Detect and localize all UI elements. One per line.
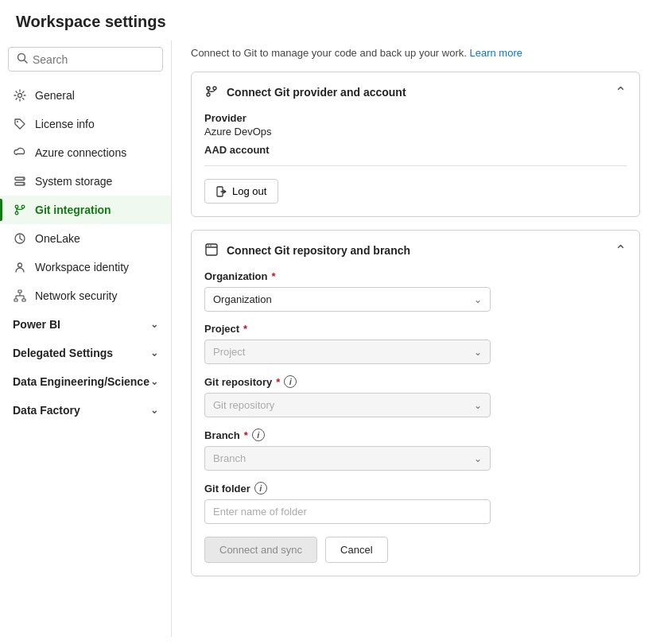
- learn-more-link[interactable]: Learn more: [470, 47, 522, 59]
- required-star-project: *: [243, 323, 247, 335]
- sidebar-item-git-integration[interactable]: Git integration: [0, 196, 171, 224]
- card2-title: Connect Git repository and branch: [227, 244, 410, 257]
- chevron-down-icon: ⌄: [474, 294, 482, 305]
- search-icon: [17, 52, 28, 66]
- card2-body: Organization * Organization ⌄ Project *: [192, 270, 639, 576]
- info-icon-folder: i: [254, 482, 267, 495]
- repo-placeholder: Git repository: [213, 399, 274, 411]
- project-label: Project *: [204, 323, 627, 335]
- org-select[interactable]: Organization ⌄: [204, 287, 491, 312]
- sidebar-section-data-engineering[interactable]: Data Engineering/Science ⌄: [0, 367, 171, 396]
- provider-label: Provider: [204, 112, 627, 124]
- chevron-down-icon: ⌄: [474, 347, 482, 358]
- org-field-row: Organization * Organization ⌄: [204, 270, 627, 312]
- branch-placeholder: Branch: [213, 452, 246, 464]
- required-star: *: [271, 270, 275, 282]
- search-input[interactable]: [33, 53, 154, 66]
- cancel-button[interactable]: Cancel: [325, 537, 387, 563]
- branch-select[interactable]: Branch ⌄: [204, 446, 491, 471]
- branch-label: Branch * i: [204, 429, 627, 441]
- sidebar-label-network-security: Network security: [35, 289, 117, 302]
- sidebar-label-onelake: OneLake: [35, 232, 80, 245]
- section-label-power-bi: Power BI: [13, 318, 60, 331]
- collapse-icon-2: ⌃: [615, 242, 627, 259]
- collapse-icon: ⌃: [615, 83, 627, 101]
- sidebar-item-network-security[interactable]: Network security: [0, 281, 171, 310]
- required-star-repo: *: [276, 376, 280, 388]
- section-label-delegated-settings: Delegated Settings: [13, 347, 113, 359]
- svg-point-3: [17, 121, 18, 122]
- required-star-branch: *: [244, 429, 248, 441]
- git-provider-icon: [204, 84, 219, 101]
- sidebar-label-azure-connections: Azure connections: [35, 146, 126, 159]
- folder-input[interactable]: [204, 499, 491, 524]
- sidebar-section-power-bi[interactable]: Power BI ⌄: [0, 310, 171, 339]
- info-icon-branch: i: [252, 429, 265, 441]
- action-row: Connect and sync Cancel: [204, 537, 627, 563]
- sidebar-label-workspace-identity: Workspace identity: [35, 261, 129, 274]
- provider-value: Azure DevOps: [204, 126, 627, 138]
- repo-icon: [204, 242, 219, 259]
- project-select[interactable]: Project ⌄: [204, 339, 491, 364]
- branch-field-row: Branch * i Branch ⌄: [204, 429, 627, 471]
- sidebar-item-azure-connections[interactable]: Azure connections: [0, 138, 171, 167]
- sidebar-item-onelake[interactable]: OneLake: [0, 224, 171, 253]
- card1-title: Connect Git provider and account: [227, 86, 406, 99]
- org-label: Organization *: [204, 270, 627, 282]
- project-field-row: Project * Project ⌄: [204, 323, 627, 364]
- sidebar-label-system-storage: System storage: [35, 175, 112, 188]
- card1-body: Provider Azure DevOps AAD account Log ou…: [192, 112, 639, 216]
- chevron-down-icon: ⌄: [150, 347, 158, 359]
- sidebar: General License info Azure connections: [0, 41, 172, 637]
- identity-icon: [13, 260, 27, 274]
- svg-point-26: [208, 245, 209, 246]
- folder-label: Git folder i: [204, 482, 627, 495]
- svg-rect-15: [22, 299, 25, 301]
- settings-icon: [13, 88, 27, 103]
- folder-field-row: Git folder i: [204, 482, 627, 524]
- storage-icon: [13, 174, 27, 188]
- chevron-down-icon: ⌄: [150, 405, 158, 416]
- svg-point-12: [18, 263, 22, 267]
- logout-button[interactable]: Log out: [204, 179, 278, 204]
- org-selected-value: Organization: [213, 293, 272, 305]
- svg-rect-24: [206, 244, 217, 255]
- sidebar-item-workspace-identity[interactable]: Workspace identity: [0, 253, 171, 281]
- svg-line-1: [25, 60, 28, 64]
- chevron-down-icon: ⌄: [150, 376, 158, 387]
- sidebar-item-system-storage[interactable]: System storage: [0, 167, 171, 196]
- section-label-data-engineering: Data Engineering/Science: [13, 375, 149, 388]
- connect-git-repo-card: Connect Git repository and branch ⌃ Orga…: [191, 230, 640, 576]
- repo-select[interactable]: Git repository ⌄: [204, 393, 491, 417]
- page-title: Workspace settings: [0, 0, 656, 41]
- svg-point-2: [18, 94, 22, 98]
- repo-field-row: Git repository * i Git repository ⌄: [204, 375, 627, 417]
- tag-icon: [13, 117, 27, 131]
- svg-point-6: [23, 178, 25, 180]
- sidebar-label-license-info: License info: [35, 118, 95, 130]
- main-content: Connect to Git to manage your code and b…: [172, 41, 656, 637]
- sidebar-section-delegated-settings[interactable]: Delegated Settings ⌄: [0, 339, 171, 367]
- section-label-data-factory: Data Factory: [13, 404, 80, 417]
- search-box[interactable]: [8, 47, 163, 72]
- cloud-icon: [13, 145, 27, 160]
- page-subtitle: Connect to Git to manage your code and b…: [191, 41, 640, 59]
- svg-point-7: [23, 183, 25, 184]
- onelake-icon: [13, 231, 27, 246]
- sidebar-label-git-integration: Git integration: [35, 204, 111, 216]
- sidebar-item-license-info[interactable]: License info: [0, 110, 171, 138]
- card1-header[interactable]: Connect Git provider and account ⌃: [192, 72, 639, 112]
- connect-sync-button[interactable]: Connect and sync: [204, 537, 317, 563]
- svg-point-27: [210, 245, 212, 246]
- repo-label: Git repository * i: [204, 375, 627, 388]
- git-icon: [13, 203, 27, 217]
- card2-header[interactable]: Connect Git repository and branch ⌃: [192, 231, 639, 270]
- sidebar-section-data-factory[interactable]: Data Factory ⌄: [0, 396, 171, 425]
- logout-icon: [216, 186, 227, 197]
- project-placeholder: Project: [213, 346, 245, 358]
- chevron-down-icon: ⌄: [474, 400, 482, 411]
- sidebar-item-general[interactable]: General: [0, 81, 171, 110]
- connect-git-provider-card: Connect Git provider and account ⌃ Provi…: [191, 72, 640, 217]
- chevron-down-icon: ⌄: [474, 453, 482, 464]
- svg-rect-13: [18, 290, 21, 293]
